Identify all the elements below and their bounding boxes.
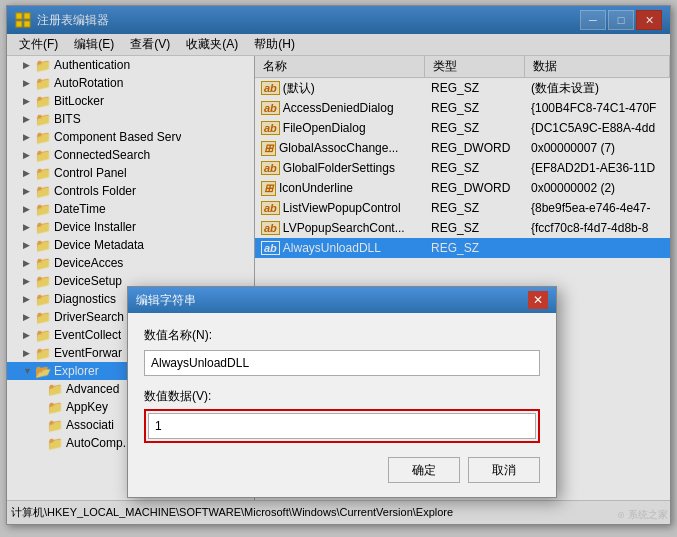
- dialog-title-bar: 编辑字符串 ✕: [128, 287, 556, 313]
- dialog-title: 编辑字符串: [136, 292, 196, 309]
- edit-string-dialog: 编辑字符串 ✕ 数值名称(N): 数值数据(V): 确定 取消: [127, 286, 557, 498]
- data-label: 数值数据(V):: [144, 388, 540, 405]
- name-label: 数值名称(N):: [144, 327, 540, 344]
- dialog-buttons: 确定 取消: [144, 457, 540, 483]
- dialog-body: 数值名称(N): 数值数据(V): 确定 取消: [128, 313, 556, 497]
- data-input[interactable]: [148, 413, 536, 439]
- confirm-button[interactable]: 确定: [388, 457, 460, 483]
- main-window: 注册表编辑器 ─ □ ✕ 文件(F) 编辑(E) 查看(V) 收藏夹(A) 帮助…: [6, 5, 671, 525]
- cancel-button[interactable]: 取消: [468, 457, 540, 483]
- modal-overlay: 编辑字符串 ✕ 数值名称(N): 数值数据(V): 确定 取消: [7, 6, 670, 524]
- data-input-wrapper: [144, 409, 540, 443]
- name-input[interactable]: [144, 350, 540, 376]
- dialog-close-button[interactable]: ✕: [528, 291, 548, 309]
